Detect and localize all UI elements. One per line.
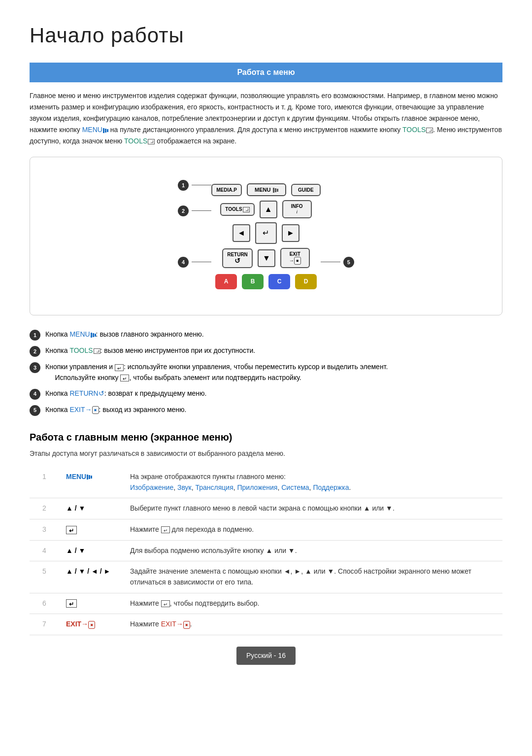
btn-guide[interactable]: GUIDE	[291, 184, 321, 196]
step-icon-1: MENU	[59, 467, 123, 498]
step-icon-4: ▲ / ▼	[59, 540, 123, 561]
step-icon-3: ↵	[59, 519, 123, 540]
diagram-bullet-4: 4	[178, 257, 189, 268]
step-desc-5: Задайте значение элемента с помощью кноп…	[123, 561, 502, 593]
step-num-7: 7	[30, 614, 59, 635]
step-icon-6: ↵	[59, 593, 123, 614]
step-row-4: 4 ▲ / ▼ Для выбора подменю используйте к…	[30, 540, 502, 561]
bullet-num-2: 2	[30, 346, 40, 357]
step-row-3: 3 ↵ Нажмите ↵ для перехода в подменю.	[30, 519, 502, 540]
step-desc-1: На экране отображаются пункты главного м…	[123, 467, 502, 498]
step-icon-2: ▲ / ▼	[59, 498, 123, 519]
tools-inline-ref: TOOLS	[402, 126, 433, 134]
bullets-list: 1 Кнопка MENU: вызов главного экранного …	[30, 329, 502, 415]
bullet-text-4: Кнопка RETURN↺: возврат к предыдущему ме…	[45, 388, 206, 399]
btn-b[interactable]: B	[242, 274, 264, 289]
btn-a[interactable]: A	[215, 274, 237, 289]
bullet-item-5: 5 Кнопка EXIT→▪: выход из экранного меню…	[30, 405, 502, 416]
step-desc-4: Для выбора подменю используйте кнопку ▲ …	[123, 540, 502, 561]
bullet-item-3: 3 Кнопки управления и ↵: используйте кно…	[30, 362, 502, 383]
step-row-2: 2 ▲ / ▼ Выберите пункт главного меню в л…	[30, 498, 502, 519]
btn-tools[interactable]: TOOLS	[220, 203, 254, 216]
bullet-num-5: 5	[30, 405, 40, 416]
footer-wrapper: Русский - 16	[30, 650, 502, 680]
bullet-text-2: Кнопка TOOLS: вызов меню инструментов пр…	[45, 345, 255, 356]
diagram-bullet-5: 5	[343, 257, 354, 268]
remote-diagram: 1 2 4 MEDIA.P	[30, 157, 502, 315]
step-row-7: 7 EXIT→▪ Нажмите EXIT→▪.	[30, 614, 502, 635]
step-row-1: 1 MENU На экране отображаются пункты гла…	[30, 467, 502, 498]
step-desc-2: Выберите пункт главного меню в левой час…	[123, 498, 502, 519]
section2-subtitle: Этапы доступа могут различаться в зависи…	[30, 448, 502, 459]
step-row-5: 5 ▲ / ▼ / ◄ / ► Задайте значение элемент…	[30, 561, 502, 593]
step-num-1: 1	[30, 467, 59, 498]
diagram-bullet-2: 2	[178, 206, 189, 216]
steps-table: 1 MENU На экране отображаются пункты гла…	[30, 467, 502, 635]
step-num-5: 5	[30, 561, 59, 593]
btn-left[interactable]: ◄	[233, 224, 250, 242]
tools-inline-ref2: TOOLS	[124, 137, 155, 145]
page-footer: Русский - 16	[236, 647, 296, 665]
bullet-item-2: 2 Кнопка TOOLS: вызов меню инструментов …	[30, 345, 502, 357]
step-desc-6: Нажмите ↵, чтобы подтвердить выбор.	[123, 593, 502, 614]
step-desc-7: Нажмите EXIT→▪.	[123, 614, 502, 635]
btn-info[interactable]: INFOi	[282, 200, 312, 218]
step-icon-5: ▲ / ▼ / ◄ / ►	[59, 561, 123, 593]
btn-d[interactable]: D	[295, 274, 317, 289]
step-num-2: 2	[30, 498, 59, 519]
btn-c[interactable]: C	[268, 274, 290, 289]
menu-inline-ref: MENU	[82, 126, 108, 134]
diagram-bullet-1: 1	[178, 180, 189, 191]
bullet-item-4: 4 Кнопка RETURN↺: возврат к предыдущему …	[30, 388, 502, 400]
bullet-num-3: 3	[30, 362, 40, 373]
btn-right[interactable]: ►	[282, 224, 299, 242]
btn-mediap[interactable]: MEDIA.P	[211, 184, 242, 196]
btn-up[interactable]: ▲	[260, 201, 277, 218]
bullet-item-1: 1 Кнопка MENU: вызов главного экранного …	[30, 329, 502, 341]
bullet-text-1: Кнопка MENU: вызов главного экранного ме…	[45, 329, 204, 340]
btn-enter[interactable]: ↵	[255, 222, 277, 244]
section2-title: Работа с главным меню (экранное меню)	[30, 430, 502, 445]
bullet-num-4: 4	[30, 389, 40, 400]
page-title: Начало работы	[30, 20, 502, 51]
step-num-4: 4	[30, 540, 59, 561]
bullet-num-1: 1	[30, 330, 40, 341]
step-num-3: 3	[30, 519, 59, 540]
btn-down[interactable]: ▼	[258, 249, 275, 267]
bullet-text-5: Кнопка EXIT→▪: выход из экранного меню.	[45, 405, 186, 415]
step-num-6: 6	[30, 593, 59, 614]
btn-return[interactable]: RETURN↺	[222, 248, 253, 268]
step-icon-7: EXIT→▪	[59, 614, 123, 635]
btn-exit[interactable]: EXIT→▪	[280, 248, 310, 268]
step-desc-3: Нажмите ↵ для перехода в подменю.	[123, 519, 502, 540]
bullet-text-3: Кнопки управления и ↵: используйте кнопк…	[45, 362, 388, 383]
btn-menu[interactable]: MENU	[247, 183, 286, 196]
step-row-6: 6 ↵ Нажмите ↵, чтобы подтвердить выбор.	[30, 593, 502, 614]
intro-text: Главное меню и меню инструментов изделия…	[30, 90, 502, 147]
section1-header: Работа с меню	[30, 63, 502, 82]
